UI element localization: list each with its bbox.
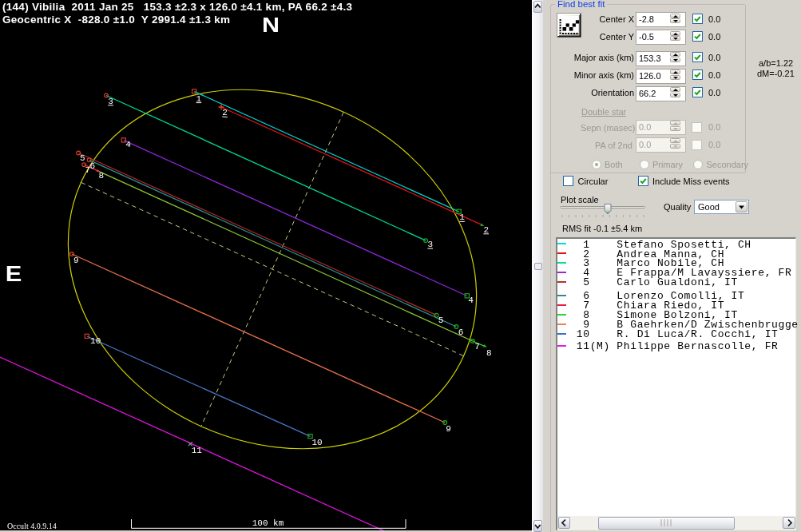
svg-text:5: 5: [80, 153, 85, 163]
svg-text:E: E: [6, 262, 22, 286]
svg-text:1: 1: [459, 212, 465, 222]
svg-text:1: 1: [196, 94, 202, 104]
svg-text:6: 6: [458, 328, 464, 337]
svg-text:2: 2: [222, 108, 228, 117]
svg-text:100 km: 100 km: [252, 518, 284, 528]
svg-text:8: 8: [99, 171, 105, 181]
svg-text:3: 3: [427, 240, 433, 249]
svg-text:10: 10: [311, 438, 322, 447]
svg-text:10: 10: [90, 336, 101, 346]
svg-text:5: 5: [438, 316, 444, 325]
svg-text:9: 9: [73, 256, 79, 265]
svg-text:4: 4: [125, 140, 131, 149]
svg-text:4: 4: [468, 296, 474, 305]
svg-text:N: N: [262, 14, 280, 37]
svg-text:11: 11: [192, 446, 203, 455]
svg-text:3: 3: [108, 97, 113, 106]
svg-text:6: 6: [89, 161, 95, 171]
svg-text:2: 2: [483, 225, 489, 235]
svg-text:7: 7: [474, 342, 480, 351]
svg-text:9: 9: [446, 424, 451, 434]
svg-text:Occult 4.0.9.14: Occult 4.0.9.14: [7, 522, 57, 530]
svg-text:7: 7: [85, 165, 91, 175]
svg-text:8: 8: [486, 348, 492, 358]
